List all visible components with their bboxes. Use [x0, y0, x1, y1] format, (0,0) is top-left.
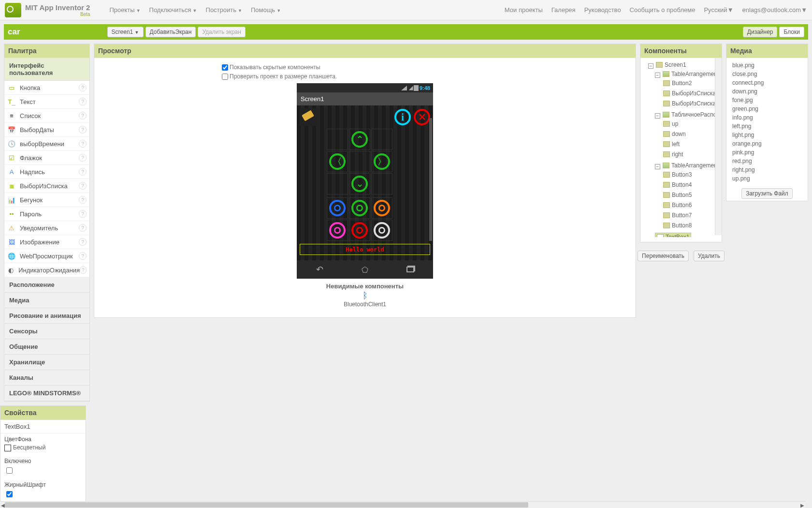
- home-softkey[interactable]: ⬠: [362, 265, 368, 274]
- help-icon[interactable]: ?: [79, 140, 87, 148]
- help-icon[interactable]: ?: [79, 154, 87, 162]
- media-file[interactable]: up.png: [732, 174, 802, 183]
- media-file[interactable]: right.png: [732, 165, 802, 174]
- tree-node[interactable]: TableArrangement2: [661, 70, 722, 78]
- palette-category[interactable]: LEGO® MINDSTORMS®: [4, 386, 89, 401]
- close-icon[interactable]: ✕: [414, 109, 430, 125]
- recent-softkey[interactable]: [406, 267, 414, 272]
- media-file[interactable]: green.png: [732, 105, 802, 113]
- help-icon[interactable]: ?: [79, 112, 87, 120]
- tree-node[interactable]: Button8: [662, 222, 693, 229]
- connect-icon[interactable]: [300, 108, 317, 126]
- prop-enabled-checkbox[interactable]: [6, 467, 13, 474]
- transparent-swatch-icon[interactable]: [4, 445, 11, 451]
- show-hidden-checkbox[interactable]: [222, 64, 228, 71]
- tree-node[interactable]: right: [662, 150, 684, 158]
- palette-category[interactable]: Общение: [4, 339, 89, 355]
- media-file[interactable]: info.png: [732, 113, 802, 122]
- bluetooth-icon[interactable]: ᛒ: [344, 291, 386, 301]
- media-file[interactable]: fone.jpg: [732, 96, 802, 105]
- help-icon[interactable]: ?: [79, 126, 87, 134]
- remove-screen-button[interactable]: Удалить экран: [198, 27, 246, 37]
- tree-node[interactable]: left: [662, 140, 681, 148]
- menu-projects[interactable]: Проекты▼: [109, 6, 140, 14]
- media-file[interactable]: left.png: [732, 122, 802, 131]
- menu-build[interactable]: Построить▼: [206, 6, 242, 14]
- down-button[interactable]: ⌄: [351, 176, 368, 192]
- pink-button[interactable]: [329, 222, 346, 239]
- palette-category[interactable]: Расположение: [4, 277, 89, 293]
- help-icon[interactable]: ?: [79, 168, 87, 176]
- palette-item[interactable]: •• Пароль ?: [4, 207, 89, 221]
- bt-client-label[interactable]: BluetoothClient1: [344, 301, 386, 308]
- menu-help[interactable]: Помощь▼: [251, 6, 281, 14]
- palette-item[interactable]: T_ Текст ?: [4, 95, 89, 109]
- help-icon[interactable]: ?: [79, 238, 87, 246]
- tree-node[interactable]: ВыборИзСписка2: [662, 100, 721, 107]
- phone-scrollbar[interactable]: [429, 118, 432, 241]
- palette-item[interactable]: ≣ ВыборИзСписка ?: [4, 179, 89, 193]
- tree-node-selected[interactable]: TextBox1: [655, 233, 691, 237]
- blocks-tab[interactable]: Блоки: [779, 27, 804, 37]
- phone-content[interactable]: i ✕ ⌃ 〈〉 ⌄: [297, 105, 433, 260]
- palette-item[interactable]: 🖼 Изображение ?: [4, 235, 89, 249]
- palette-category[interactable]: Хранилище: [4, 355, 89, 370]
- screen-select[interactable]: Screen1 ▼: [107, 27, 144, 37]
- back-softkey[interactable]: ↶: [316, 264, 323, 275]
- media-file[interactable]: connect.png: [732, 78, 802, 87]
- tree-node[interactable]: up: [662, 120, 680, 128]
- palette-item[interactable]: ⚠ Уведомитель ?: [4, 221, 89, 235]
- palette-cat-ui[interactable]: Интерфейс пользователя: [4, 58, 89, 81]
- media-file[interactable]: red.png: [732, 157, 802, 165]
- help-icon[interactable]: ?: [79, 252, 87, 260]
- add-screen-button[interactable]: ДобавитьЭкран: [145, 27, 196, 37]
- up-button[interactable]: ⌃: [351, 131, 368, 148]
- help-icon[interactable]: ?: [80, 266, 87, 274]
- help-icon[interactable]: ?: [79, 98, 87, 105]
- nav-account[interactable]: enlags@outlook.com▼: [742, 6, 807, 14]
- green-button[interactable]: [351, 200, 368, 216]
- designer-tab[interactable]: Дизайнер: [743, 27, 778, 37]
- palette-item[interactable]: ▭ Кнопка ?: [4, 81, 89, 95]
- textbox-preview[interactable]: Hello world: [300, 244, 430, 255]
- help-icon[interactable]: ?: [79, 84, 87, 91]
- nav-language[interactable]: Русский▼: [704, 6, 733, 14]
- palette-item[interactable]: 📅 ВыборДаты ?: [4, 123, 89, 137]
- palette-item[interactable]: ≡ Список ?: [4, 109, 89, 123]
- nav-gallery[interactable]: Галерея: [551, 6, 576, 14]
- tree-node[interactable]: Button7: [662, 211, 693, 219]
- palette-category[interactable]: Сенсоры: [4, 324, 89, 339]
- tree-node[interactable]: Screen1: [654, 61, 688, 69]
- palette-item[interactable]: ◐ ИндикаторОжидания ?: [4, 263, 89, 277]
- media-file[interactable]: pink.png: [732, 148, 802, 157]
- palette-item[interactable]: A Надпись ?: [4, 165, 89, 179]
- help-icon[interactable]: ?: [79, 196, 87, 204]
- tree-node[interactable]: Button4: [662, 181, 693, 189]
- help-icon[interactable]: ?: [79, 210, 87, 218]
- palette-item[interactable]: ☑ Флажок ?: [4, 151, 89, 165]
- help-icon[interactable]: ?: [79, 182, 87, 190]
- orange-button[interactable]: [374, 200, 390, 216]
- media-file[interactable]: orange.png: [732, 139, 802, 148]
- palette-item[interactable]: 🌐 WebПросмотрщик ?: [4, 249, 89, 263]
- tree-scrollbar-h[interactable]: ◀▶: [0, 501, 805, 508]
- tree-node[interactable]: TableArrangement1: [661, 162, 722, 169]
- nav-report[interactable]: Сообщить о проблеме: [630, 6, 696, 14]
- delete-button[interactable]: Удалить: [694, 251, 725, 261]
- help-icon[interactable]: ?: [79, 224, 87, 232]
- tree-node[interactable]: ТабличноеРасположение: [661, 111, 722, 119]
- red-button[interactable]: [351, 222, 368, 239]
- tablet-checkbox[interactable]: [222, 74, 228, 80]
- white-button[interactable]: [374, 222, 390, 239]
- blue-button[interactable]: [329, 200, 346, 216]
- tree-node[interactable]: Button6: [662, 201, 693, 209]
- component-tree[interactable]: −Screen1−TableArrangement2Button2ВыборИз…: [640, 58, 722, 237]
- tree-node[interactable]: ВыборИзСписка1: [662, 90, 721, 97]
- nav-myprojects[interactable]: Мои проекты: [505, 6, 543, 14]
- nav-guide[interactable]: Руководство: [584, 6, 621, 14]
- info-icon[interactable]: i: [394, 109, 411, 125]
- tree-node[interactable]: Button2: [662, 79, 693, 87]
- media-file[interactable]: light.png: [732, 131, 802, 139]
- upload-button[interactable]: Загрузить Файл: [741, 188, 793, 199]
- palette-category[interactable]: Рисование и анимация: [4, 308, 89, 324]
